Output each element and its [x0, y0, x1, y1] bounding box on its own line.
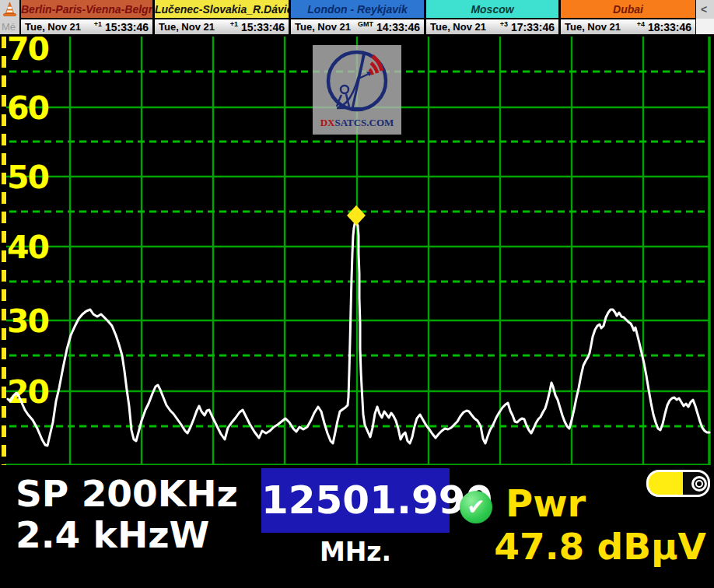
clock-city-label: London - Reykjavík	[291, 0, 424, 19]
spectrum-plot: 706050403020 DXSATCS.COM	[0, 37, 714, 465]
clock-timezone-offset: GMT	[358, 20, 373, 28]
clock-city-label: Dubai	[561, 0, 695, 19]
svg-text:50: 50	[7, 159, 49, 196]
frequency-unit-label: MHz.	[261, 537, 450, 567]
clock-time: 17:33:46	[511, 21, 555, 33]
clock-time-row: Tue, Nov 21+418:33:46	[561, 19, 695, 34]
analyzer-screen: Mé Berlin-Paris-Vienna-BelgradeTue, Nov …	[0, 0, 714, 588]
clock-city-label: Lučenec-Slovakia_R.Dávid	[155, 0, 289, 19]
svg-text:70: 70	[7, 37, 49, 68]
clock-date: Tue, Nov 21	[295, 21, 351, 33]
clock-dubai[interactable]: DubaiTue, Nov 21+418:33:46	[559, 0, 696, 34]
lock-check-icon: ✔	[460, 491, 492, 523]
clock-time: 14:33:46	[376, 21, 420, 33]
marker-diamond-icon	[347, 205, 366, 226]
power-value: 47.8 dBµV	[467, 525, 706, 568]
vlc-cone-icon[interactable]	[2, 2, 17, 17]
window-edge-right: <	[696, 0, 714, 34]
clock-timezone-offset: +3	[500, 20, 508, 28]
clock-timezone-offset: +1	[94, 20, 102, 28]
clock-time-row: Tue, Nov 21+115:33:46	[155, 19, 289, 34]
watermark-text: DXSATCS.COM	[320, 117, 394, 129]
clock-strip: Berlin-Paris-Vienna-BelgradeTue, Nov 21+…	[19, 0, 696, 34]
dxsatcs-watermark: DXSATCS.COM	[313, 45, 401, 135]
clock-time: 15:33:46	[241, 21, 285, 33]
span-label: SP 200KHz	[16, 472, 238, 515]
power-label: Pwr	[506, 481, 586, 525]
clock-date: Tue, Nov 21	[430, 21, 486, 33]
clock-time: 18:33:46	[648, 21, 691, 33]
clock-berlin[interactable]: Berlin-Paris-Vienna-BelgradeTue, Nov 21+…	[19, 0, 153, 34]
svg-text:40: 40	[7, 229, 49, 266]
window-edge-left: Mé	[0, 0, 19, 34]
svg-text:20: 20	[7, 373, 49, 411]
clock-timezone-offset: +4	[637, 20, 645, 28]
battery-icon	[646, 470, 710, 497]
readout-panel: SP 200KHz 2.4 kHzW 12501.990 MHz. ✔ Pwr …	[0, 465, 714, 588]
clock-date: Tue, Nov 21	[25, 21, 81, 33]
clock-moscow[interactable]: MoscowTue, Nov 21+317:33:46	[425, 0, 559, 34]
clock-time: 15:33:46	[105, 21, 149, 33]
collapse-chevron-icon[interactable]: <	[701, 3, 707, 16]
clock-timezone-offset: +1	[230, 20, 238, 28]
svg-text:30: 30	[7, 303, 49, 340]
clock-city-label: Moscow	[426, 0, 558, 19]
clock-time-row: Tue, Nov 21GMT14:33:46	[291, 19, 424, 34]
clock-lucenec[interactable]: Lučenec-Slovakia_R.DávidTue, Nov 21+115:…	[153, 0, 289, 34]
clock-city-label: Berlin-Paris-Vienna-Belgrade	[21, 0, 152, 19]
clock-london[interactable]: London - ReykjavíkTue, Nov 21GMT14:33:46	[289, 0, 425, 34]
svg-text:60: 60	[7, 89, 49, 127]
clock-time-row: Tue, Nov 21+317:33:46	[426, 19, 558, 34]
clock-date: Tue, Nov 21	[159, 21, 215, 33]
background-window-text: Mé	[2, 21, 16, 33]
rbw-label: 2.4 kHzW	[16, 513, 209, 556]
clock-date: Tue, Nov 21	[565, 21, 621, 33]
frequency-display[interactable]: 12501.990	[261, 468, 450, 533]
clock-bar: Mé Berlin-Paris-Vienna-BelgradeTue, Nov …	[0, 0, 714, 37]
dxsatcs-logo-icon	[318, 45, 396, 118]
clock-time-row: Tue, Nov 21+115:33:46	[21, 19, 152, 34]
